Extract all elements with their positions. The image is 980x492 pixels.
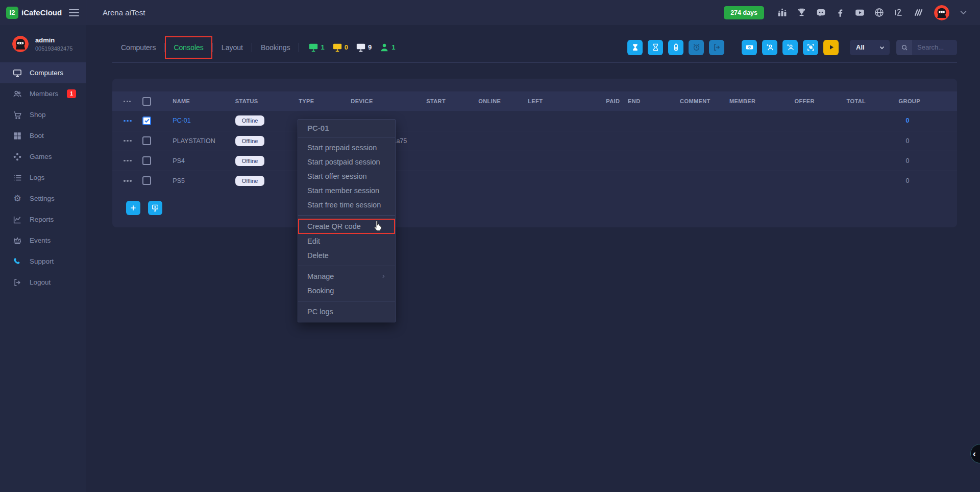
table-header-row: NAME STATUS TYPE DEVICE START ONLINE LEF… [112, 91, 957, 111]
hamburger-menu-icon[interactable] [69, 7, 79, 18]
subscription-days-badge[interactable]: 274 days [724, 6, 764, 19]
menu-item-edit[interactable]: Edit [298, 234, 395, 248]
icafecloud-logo-icon: i2 [6, 7, 18, 19]
hourglass-outline-button[interactable] [648, 40, 663, 55]
group-count[interactable]: 0 [899, 117, 910, 124]
menu-item-manage[interactable]: Manage [298, 269, 395, 284]
youtube-icon[interactable] [854, 7, 865, 18]
trophy-icon[interactable] [796, 7, 807, 18]
row-actions-icon[interactable] [112, 120, 142, 122]
menu-item-start-member-session[interactable]: Start member session [298, 183, 395, 198]
menu-item-create-qr-code[interactable]: Create QR code [298, 219, 395, 234]
col-type: TYPE [299, 91, 351, 111]
col-start: START [426, 91, 478, 111]
col-member: MEMBER [729, 91, 795, 111]
col-status: STATUS [235, 91, 299, 111]
sidebar-item-support[interactable]: Support [0, 251, 86, 272]
row-checkbox[interactable] [142, 156, 151, 165]
hourglass-icon [651, 43, 660, 52]
menu-item-delete[interactable]: Delete [298, 248, 395, 263]
battery-button[interactable] [668, 40, 683, 55]
menu-item-start-prepaid-session[interactable]: Start prepaid session [298, 140, 395, 155]
sidebar-item-logout[interactable]: Logout [0, 272, 86, 293]
hourglass-filled-button[interactable] [627, 40, 643, 55]
brand-logo[interactable]: i2 iCafeCloud [6, 7, 62, 19]
group-count[interactable]: 0 [899, 177, 910, 184]
tab-bookings[interactable]: Bookings [252, 36, 299, 59]
more-actions-icon[interactable] [112, 101, 142, 102]
sidebar-item-computers[interactable]: Computers [0, 62, 86, 83]
icafecloud-icon[interactable] [893, 7, 904, 18]
qr-frame-button[interactable] [803, 40, 818, 55]
menu-item-start-offer-session[interactable]: Start offer session [298, 169, 395, 183]
sidebar-item-boot[interactable]: Boot [0, 125, 86, 146]
page-title: Arena aiTest [103, 8, 145, 17]
menu-item-booking[interactable]: Booking [298, 284, 395, 298]
monitor-plus-icon [151, 204, 159, 212]
user-avatar[interactable] [934, 5, 949, 20]
col-device: DEVICE [351, 91, 426, 111]
sidebar-user[interactable]: admin 005193482475 [0, 25, 86, 62]
row-checkbox[interactable] [142, 116, 151, 125]
row-actions-icon[interactable] [112, 140, 142, 142]
monitor-icon [308, 43, 318, 52]
counter-online: 1 [308, 43, 324, 52]
table-row: PLAYSTATION Offline 0c81a75 0 [112, 131, 957, 151]
row-checkbox[interactable] [142, 176, 151, 185]
row-actions-icon[interactable] [112, 180, 142, 182]
row-checkbox[interactable] [142, 136, 151, 145]
add-console-button[interactable] [126, 201, 140, 215]
gamepad-icon [13, 152, 22, 161]
tab-computers[interactable]: Computers [112, 36, 164, 59]
brand-name: iCafeCloud [21, 8, 62, 17]
sidebar-item-members[interactable]: Members 1 [0, 83, 86, 104]
facebook-icon[interactable] [835, 7, 846, 18]
search-input[interactable] [912, 40, 957, 55]
sidebar-item-reports[interactable]: Reports [0, 209, 86, 230]
topbar-right: 274 days [724, 5, 980, 20]
alarm-clock-button[interactable] [689, 40, 704, 55]
sidebar-item-logs[interactable]: Logs [0, 167, 86, 188]
console-name[interactable]: PC-01 [173, 117, 190, 124]
sidebar-item-games[interactable]: Games [0, 146, 86, 167]
col-left: LEFT [528, 91, 606, 111]
menu-item-pc-logs[interactable]: PC logs [298, 304, 395, 319]
play-button[interactable] [823, 40, 839, 55]
console-name[interactable]: PS4 [173, 157, 185, 165]
card-actions [112, 191, 957, 215]
console-name[interactable]: PLAYSTATION [173, 137, 215, 145]
tab-layout[interactable]: Layout [213, 36, 252, 59]
actions-toolbar: All [622, 40, 957, 55]
discord-icon[interactable] [816, 7, 826, 18]
col-total: TOTAL [847, 91, 899, 111]
group-count[interactable]: 0 [899, 157, 910, 165]
console-name[interactable]: PS5 [173, 177, 185, 184]
sign-out-button[interactable] [709, 40, 724, 55]
cart-icon [13, 110, 22, 120]
tab-consoles[interactable]: Consoles [165, 36, 212, 59]
search-icon [896, 40, 912, 55]
row-actions-icon[interactable] [112, 160, 142, 162]
sidebar-item-shop[interactable]: Shop [0, 104, 86, 125]
menu-item-start-free-time-session[interactable]: Start free time session [298, 198, 395, 212]
sidebar-item-settings[interactable]: ⚙ Settings [0, 188, 86, 209]
globe-icon[interactable] [874, 7, 885, 18]
ranking-icon[interactable] [777, 7, 788, 18]
chevron-down-icon[interactable] [958, 7, 969, 18]
status-badge: Offline [235, 176, 265, 186]
monitor-icon [13, 68, 22, 78]
add-monitor-button[interactable] [148, 201, 162, 215]
group-count[interactable]: 0 [899, 137, 910, 145]
add-member-icon [786, 43, 795, 52]
filter-select[interactable]: All [850, 40, 890, 55]
sidebar-item-events[interactable]: Events [0, 230, 86, 251]
sign-out-icon [13, 278, 22, 287]
select-all-checkbox[interactable] [142, 97, 151, 106]
cash-button[interactable] [742, 40, 757, 55]
sidebar: admin 005193482475 Computers Members 1 S… [0, 25, 86, 492]
add-member-star-button[interactable] [762, 40, 777, 55]
add-member-button[interactable] [782, 40, 798, 55]
stack-icon[interactable] [913, 7, 923, 18]
menu-item-start-postpaid-session[interactable]: Start postpaid session [298, 155, 395, 169]
consoles-table: NAME STATUS TYPE DEVICE START ONLINE LEF… [112, 91, 957, 191]
